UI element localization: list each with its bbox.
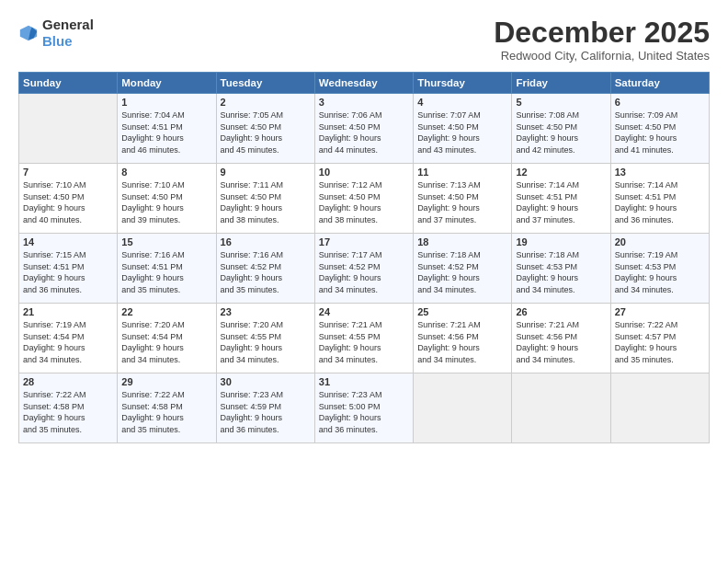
day-number: 26 bbox=[516, 306, 606, 317]
table-row: 24Sunrise: 7:21 AMSunset: 4:55 PMDayligh… bbox=[314, 304, 413, 373]
day-number: 2 bbox=[221, 97, 311, 108]
table-row: 2Sunrise: 7:05 AMSunset: 4:50 PMDaylight… bbox=[216, 94, 314, 164]
day-info: Sunrise: 7:06 AMSunset: 4:50 PMDaylight:… bbox=[319, 109, 409, 155]
table-row: 30Sunrise: 7:23 AMSunset: 4:59 PMDayligh… bbox=[216, 373, 314, 443]
day-info: Sunrise: 7:22 AMSunset: 4:58 PMDaylight:… bbox=[23, 389, 113, 435]
day-number: 14 bbox=[23, 236, 113, 247]
day-number: 15 bbox=[121, 236, 211, 247]
day-info: Sunrise: 7:05 AMSunset: 4:50 PMDaylight:… bbox=[221, 109, 311, 155]
header-wednesday: Wednesday bbox=[314, 73, 413, 94]
subtitle: Redwood City, California, United States bbox=[494, 49, 710, 63]
logo-general: General bbox=[42, 17, 94, 32]
table-row: 7Sunrise: 7:10 AMSunset: 4:50 PMDaylight… bbox=[19, 164, 118, 234]
day-number: 17 bbox=[319, 236, 409, 247]
day-info: Sunrise: 7:19 AMSunset: 4:53 PMDaylight:… bbox=[615, 249, 705, 295]
table-row: 5Sunrise: 7:08 AMSunset: 4:50 PMDaylight… bbox=[512, 94, 610, 164]
table-row: 12Sunrise: 7:14 AMSunset: 4:51 PMDayligh… bbox=[512, 164, 610, 234]
header-tuesday: Tuesday bbox=[216, 73, 314, 94]
day-info: Sunrise: 7:19 AMSunset: 4:54 PMDaylight:… bbox=[23, 319, 113, 365]
day-info: Sunrise: 7:14 AMSunset: 4:51 PMDaylight:… bbox=[516, 179, 606, 225]
day-info: Sunrise: 7:04 AMSunset: 4:51 PMDaylight:… bbox=[121, 109, 211, 155]
day-number: 18 bbox=[417, 236, 507, 247]
table-row: 3Sunrise: 7:06 AMSunset: 4:50 PMDaylight… bbox=[314, 94, 413, 164]
day-info: Sunrise: 7:17 AMSunset: 4:52 PMDaylight:… bbox=[319, 249, 409, 295]
month-title: December 2025 bbox=[494, 17, 710, 49]
day-number: 25 bbox=[417, 306, 507, 317]
day-number: 27 bbox=[615, 306, 705, 317]
table-row: 19Sunrise: 7:18 AMSunset: 4:53 PMDayligh… bbox=[512, 234, 610, 304]
header-friday: Friday bbox=[512, 73, 610, 94]
table-row bbox=[610, 373, 709, 443]
table-row: 31Sunrise: 7:23 AMSunset: 5:00 PMDayligh… bbox=[314, 373, 413, 443]
day-number: 31 bbox=[319, 376, 409, 387]
day-info: Sunrise: 7:18 AMSunset: 4:52 PMDaylight:… bbox=[417, 249, 507, 295]
week-row-0: 1Sunrise: 7:04 AMSunset: 4:51 PMDaylight… bbox=[19, 94, 710, 164]
table-row: 17Sunrise: 7:17 AMSunset: 4:52 PMDayligh… bbox=[314, 234, 413, 304]
table-row: 10Sunrise: 7:12 AMSunset: 4:50 PMDayligh… bbox=[314, 164, 413, 234]
day-number: 19 bbox=[516, 236, 606, 247]
day-info: Sunrise: 7:16 AMSunset: 4:51 PMDaylight:… bbox=[121, 249, 211, 295]
table-row: 27Sunrise: 7:22 AMSunset: 4:57 PMDayligh… bbox=[610, 304, 709, 373]
day-info: Sunrise: 7:13 AMSunset: 4:50 PMDaylight:… bbox=[417, 179, 507, 225]
day-info: Sunrise: 7:23 AMSunset: 5:00 PMDaylight:… bbox=[319, 389, 409, 435]
day-number: 9 bbox=[221, 167, 311, 178]
table-row bbox=[414, 373, 512, 443]
table-row: 4Sunrise: 7:07 AMSunset: 4:50 PMDaylight… bbox=[414, 94, 512, 164]
table-row: 21Sunrise: 7:19 AMSunset: 4:54 PMDayligh… bbox=[19, 304, 118, 373]
day-number: 30 bbox=[221, 376, 311, 387]
day-info: Sunrise: 7:14 AMSunset: 4:51 PMDaylight:… bbox=[615, 179, 705, 225]
day-info: Sunrise: 7:21 AMSunset: 4:55 PMDaylight:… bbox=[319, 319, 409, 365]
day-number: 7 bbox=[23, 167, 113, 178]
day-number: 16 bbox=[221, 236, 311, 247]
day-info: Sunrise: 7:18 AMSunset: 4:53 PMDaylight:… bbox=[516, 249, 606, 295]
table-row: 9Sunrise: 7:11 AMSunset: 4:50 PMDaylight… bbox=[216, 164, 314, 234]
logo-text: General Blue bbox=[42, 17, 94, 50]
table-row: 11Sunrise: 7:13 AMSunset: 4:50 PMDayligh… bbox=[414, 164, 512, 234]
day-info: Sunrise: 7:20 AMSunset: 4:55 PMDaylight:… bbox=[221, 319, 311, 365]
calendar-table: Sunday Monday Tuesday Wednesday Thursday… bbox=[18, 72, 710, 443]
day-number: 28 bbox=[23, 376, 113, 387]
day-info: Sunrise: 7:10 AMSunset: 4:50 PMDaylight:… bbox=[121, 179, 211, 225]
table-row: 22Sunrise: 7:20 AMSunset: 4:54 PMDayligh… bbox=[118, 304, 216, 373]
logo: General Blue bbox=[18, 17, 94, 50]
day-number: 13 bbox=[615, 167, 705, 178]
day-info: Sunrise: 7:15 AMSunset: 4:51 PMDaylight:… bbox=[23, 249, 113, 295]
day-number: 22 bbox=[121, 306, 211, 317]
header-thursday: Thursday bbox=[414, 73, 512, 94]
day-number: 4 bbox=[417, 97, 507, 108]
header-row: Sunday Monday Tuesday Wednesday Thursday… bbox=[19, 73, 710, 94]
table-row: 15Sunrise: 7:16 AMSunset: 4:51 PMDayligh… bbox=[118, 234, 216, 304]
day-number: 29 bbox=[121, 376, 211, 387]
day-info: Sunrise: 7:08 AMSunset: 4:50 PMDaylight:… bbox=[516, 109, 606, 155]
table-row: 6Sunrise: 7:09 AMSunset: 4:50 PMDaylight… bbox=[610, 94, 709, 164]
day-number: 1 bbox=[121, 97, 211, 108]
day-number: 3 bbox=[319, 97, 409, 108]
page: General Blue December 2025 Redwood City,… bbox=[0, 0, 728, 563]
day-info: Sunrise: 7:11 AMSunset: 4:50 PMDaylight:… bbox=[221, 179, 311, 225]
day-info: Sunrise: 7:10 AMSunset: 4:50 PMDaylight:… bbox=[23, 179, 113, 225]
day-number: 23 bbox=[221, 306, 311, 317]
header: General Blue December 2025 Redwood City,… bbox=[18, 17, 710, 63]
day-info: Sunrise: 7:09 AMSunset: 4:50 PMDaylight:… bbox=[615, 109, 705, 155]
logo-icon bbox=[18, 23, 39, 43]
day-info: Sunrise: 7:12 AMSunset: 4:50 PMDaylight:… bbox=[319, 179, 409, 225]
day-number: 20 bbox=[615, 236, 705, 247]
title-block: December 2025 Redwood City, California, … bbox=[494, 17, 710, 63]
table-row: 18Sunrise: 7:18 AMSunset: 4:52 PMDayligh… bbox=[414, 234, 512, 304]
day-info: Sunrise: 7:22 AMSunset: 4:57 PMDaylight:… bbox=[615, 319, 705, 365]
table-row: 25Sunrise: 7:21 AMSunset: 4:56 PMDayligh… bbox=[414, 304, 512, 373]
day-number: 5 bbox=[516, 97, 606, 108]
day-number: 24 bbox=[319, 306, 409, 317]
day-number: 6 bbox=[615, 97, 705, 108]
day-number: 12 bbox=[516, 167, 606, 178]
day-info: Sunrise: 7:07 AMSunset: 4:50 PMDaylight:… bbox=[417, 109, 507, 155]
day-number: 11 bbox=[417, 167, 507, 178]
day-info: Sunrise: 7:21 AMSunset: 4:56 PMDaylight:… bbox=[417, 319, 507, 365]
table-row: 8Sunrise: 7:10 AMSunset: 4:50 PMDaylight… bbox=[118, 164, 216, 234]
day-number: 21 bbox=[23, 306, 113, 317]
week-row-1: 7Sunrise: 7:10 AMSunset: 4:50 PMDaylight… bbox=[19, 164, 710, 234]
logo-blue: Blue bbox=[42, 33, 73, 49]
day-number: 10 bbox=[319, 167, 409, 178]
table-row: 23Sunrise: 7:20 AMSunset: 4:55 PMDayligh… bbox=[216, 304, 314, 373]
day-info: Sunrise: 7:23 AMSunset: 4:59 PMDaylight:… bbox=[221, 389, 311, 435]
